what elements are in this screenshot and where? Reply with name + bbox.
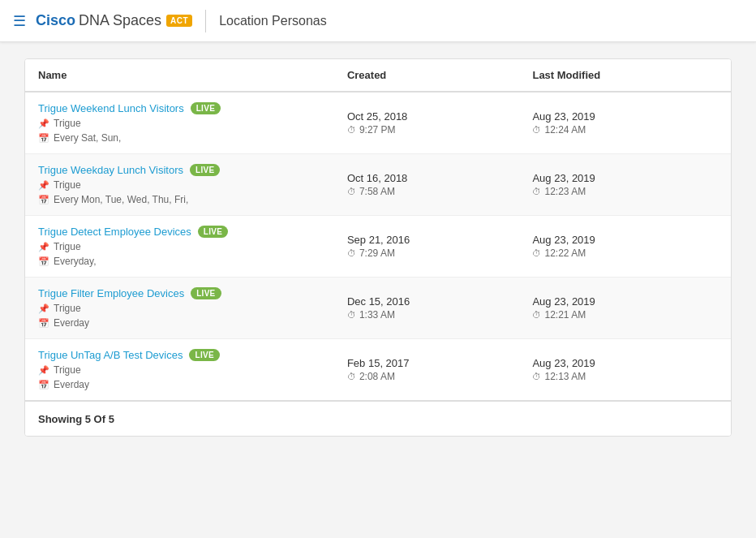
created-date: Sep 21, 2016 [347, 234, 533, 246]
row-name-col: Trigue Detect Employee Devices LIVE 📌 Tr… [38, 226, 347, 267]
calendar-icon: 📅 [38, 318, 49, 329]
schedule-text: Everday [54, 379, 89, 390]
modified-date: Aug 23, 2019 [532, 295, 718, 308]
modified-col: Aug 23, 2019 ⏱ 12:13 AM [532, 349, 718, 390]
row-location: 📌 Trigue [38, 241, 347, 252]
calendar-icon: 📅 [38, 256, 49, 267]
live-badge: LIVE [190, 164, 220, 176]
clock-icon: ⏱ [347, 125, 356, 135]
app-header: ☰ Cisco DNA Spaces ACT Location Personas [0, 0, 756, 42]
created-col: Feb 15, 2017 ⏱ 2:08 AM [347, 349, 533, 390]
persona-name[interactable]: Trigue Weekend Lunch Visitors [38, 102, 184, 114]
row-name-col: Trigue UnTag A/B Test Devices LIVE 📌 Tri… [38, 349, 347, 390]
col-modified: Last Modified [532, 69, 718, 81]
location-name: Trigue [54, 241, 81, 252]
row-name-top: Trigue Weekend Lunch Visitors LIVE [38, 102, 347, 114]
table-row: Trigue Detect Employee Devices LIVE 📌 Tr… [25, 216, 731, 278]
created-time: ⏱ 1:33 AM [347, 309, 533, 321]
clock-icon: ⏱ [347, 372, 356, 381]
modified-time: ⏱ 12:13 AM [532, 371, 718, 382]
header-divider [205, 10, 206, 32]
table-row: Trigue Weekday Lunch Visitors LIVE 📌 Tri… [25, 154, 731, 216]
modified-col: Aug 23, 2019 ⏱ 12:22 AM [532, 226, 718, 267]
modified-date: Aug 23, 2019 [532, 172, 718, 184]
calendar-icon: 📅 [38, 380, 49, 390]
row-name-col: Trigue Filter Employee Devices LIVE 📌 Tr… [38, 287, 347, 329]
location-name: Trigue [54, 118, 81, 129]
row-location: 📌 Trigue [38, 179, 347, 191]
modified-time: ⏱ 12:21 AM [532, 309, 718, 321]
created-time: ⏱ 7:58 AM [347, 186, 533, 197]
clock-icon: ⏱ [347, 248, 356, 258]
table-row: Trigue Filter Employee Devices LIVE 📌 Tr… [25, 278, 731, 339]
row-location: 📌 Trigue [38, 118, 347, 129]
row-name-col: Trigue Weekday Lunch Visitors LIVE 📌 Tri… [38, 164, 347, 205]
table-body: Trigue Weekend Lunch Visitors LIVE 📌 Tri… [25, 93, 731, 400]
clock-icon-mod: ⏱ [532, 310, 541, 320]
created-col: Oct 25, 2018 ⏱ 9:27 PM [347, 102, 533, 144]
modified-col: Aug 23, 2019 ⏱ 12:23 AM [532, 164, 718, 205]
row-name-top: Trigue Weekday Lunch Visitors LIVE [38, 164, 347, 176]
location-icon: 📌 [38, 180, 49, 191]
row-location: 📌 Trigue [38, 303, 347, 314]
created-time: ⏱ 7:29 AM [347, 247, 533, 259]
menu-icon[interactable]: ☰ [13, 12, 26, 30]
created-col: Sep 21, 2016 ⏱ 7:29 AM [347, 226, 533, 267]
act-badge: ACT [166, 15, 192, 27]
schedule-text: Every Sat, Sun, [54, 132, 121, 144]
live-badge: LIVE [189, 349, 219, 361]
row-name-col: Trigue Weekend Lunch Visitors LIVE 📌 Tri… [38, 102, 347, 144]
created-date: Feb 15, 2017 [347, 357, 533, 369]
created-col: Oct 16, 2018 ⏱ 7:58 AM [347, 164, 533, 205]
location-icon: 📌 [38, 365, 49, 376]
calendar-icon: 📅 [38, 195, 49, 205]
row-location: 📌 Trigue [38, 364, 347, 376]
row-schedule: 📅 Every Mon, Tue, Wed, Thu, Fri, [38, 194, 347, 205]
location-name: Trigue [54, 179, 81, 191]
created-time: ⏱ 2:08 AM [347, 371, 533, 382]
modified-time: ⏱ 12:22 AM [532, 247, 718, 259]
persona-name[interactable]: Trigue Filter Employee Devices [38, 287, 184, 299]
page-title: Location Personas [219, 14, 327, 28]
personas-table: Name Created Last Modified Trigue Weeken… [24, 58, 732, 437]
modified-date: Aug 23, 2019 [532, 234, 718, 246]
location-icon: 📌 [38, 118, 49, 129]
created-date: Oct 16, 2018 [347, 172, 533, 184]
row-schedule: 📅 Everday [38, 379, 347, 390]
created-date: Oct 25, 2018 [347, 110, 533, 123]
clock-icon: ⏱ [347, 187, 356, 196]
modified-col: Aug 23, 2019 ⏱ 12:24 AM [532, 102, 718, 144]
clock-icon-mod: ⏱ [532, 372, 541, 381]
persona-name[interactable]: Trigue UnTag A/B Test Devices [38, 349, 183, 361]
logo-dna-spaces: DNA Spaces [79, 12, 161, 29]
logo-cisco: Cisco [36, 12, 75, 29]
persona-name[interactable]: Trigue Weekday Lunch Visitors [38, 164, 183, 176]
schedule-text: Everday [54, 317, 89, 329]
created-time: ⏱ 9:27 PM [347, 124, 533, 136]
row-schedule: 📅 Everyday, [38, 256, 347, 267]
col-name: Name [38, 69, 347, 81]
row-schedule: 📅 Every Sat, Sun, [38, 132, 347, 144]
row-name-top: Trigue UnTag A/B Test Devices LIVE [38, 349, 347, 361]
table-row: Trigue UnTag A/B Test Devices LIVE 📌 Tri… [25, 339, 731, 400]
live-badge: LIVE [191, 102, 221, 114]
row-name-top: Trigue Filter Employee Devices LIVE [38, 287, 347, 299]
persona-name[interactable]: Trigue Detect Employee Devices [38, 226, 191, 238]
live-badge: LIVE [191, 287, 221, 299]
location-name: Trigue [54, 303, 81, 314]
clock-icon: ⏱ [347, 310, 356, 320]
clock-icon-mod: ⏱ [532, 125, 541, 135]
modified-time: ⏱ 12:24 AM [532, 124, 718, 136]
location-icon: 📌 [38, 242, 49, 252]
location-icon: 📌 [38, 303, 49, 314]
clock-icon-mod: ⏱ [532, 187, 541, 196]
created-date: Dec 15, 2016 [347, 295, 533, 308]
table-row: Trigue Weekend Lunch Visitors LIVE 📌 Tri… [25, 93, 731, 154]
location-name: Trigue [54, 364, 81, 376]
modified-time: ⏱ 12:23 AM [532, 186, 718, 197]
col-created: Created [347, 69, 533, 81]
clock-icon-mod: ⏱ [532, 248, 541, 258]
row-name-top: Trigue Detect Employee Devices LIVE [38, 226, 347, 238]
schedule-text: Everyday, [54, 256, 96, 267]
calendar-icon: 📅 [38, 133, 49, 144]
